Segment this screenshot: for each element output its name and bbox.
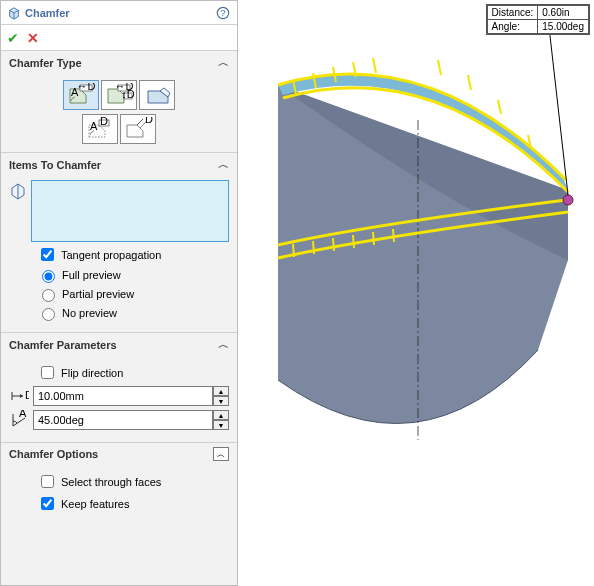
svg-text:↕D: ↕D: [121, 88, 134, 100]
svg-text:?: ?: [220, 6, 225, 17]
no-preview-label: No preview: [62, 307, 117, 319]
chamfer-feature-icon: [7, 6, 21, 20]
section-title: Chamfer Parameters: [9, 339, 117, 351]
items-selection-list[interactable]: [31, 180, 229, 242]
svg-text:A: A: [19, 410, 27, 419]
callout-distance-label: Distance:: [487, 6, 538, 20]
property-manager-panel: Chamfer ? ✔ ✕ Chamfer Type ︿ ↔DA ↔D↕D DA: [0, 0, 238, 586]
ok-button[interactable]: ✔: [7, 30, 19, 46]
section-title: Items To Chamfer: [9, 159, 101, 171]
svg-line-40: [333, 238, 334, 251]
distance-spin-up[interactable]: ▲: [213, 386, 229, 396]
angle-spin-up[interactable]: ▲: [213, 410, 229, 420]
graphics-viewport[interactable]: Distance: 0.60in Angle: 15.00deg: [238, 0, 594, 586]
section-header-items[interactable]: Items To Chamfer ︿: [1, 153, 237, 176]
panel-title: Chamfer: [25, 7, 215, 19]
chamfer-type-offset-face[interactable]: DA: [82, 114, 118, 144]
distance-spin-down[interactable]: ▼: [213, 396, 229, 406]
section-body-items: Tangent propagation Full preview Partial…: [1, 176, 237, 333]
full-preview-radio[interactable]: [42, 270, 55, 283]
svg-line-41: [353, 235, 354, 248]
dimension-callout[interactable]: Distance: 0.60in Angle: 15.00deg: [486, 4, 590, 35]
angle-icon: A: [9, 410, 29, 430]
full-preview-label: Full preview: [62, 269, 121, 281]
chevron-up-icon: ︿: [218, 157, 229, 172]
chamfer-type-vertex[interactable]: [139, 80, 175, 110]
section-title: Chamfer Type: [9, 57, 82, 69]
options-expand-button[interactable]: ︿: [213, 447, 229, 461]
svg-text:↔D: ↔D: [77, 83, 96, 92]
partial-preview-label: Partial preview: [62, 288, 134, 300]
section-body-options: Select through faces Keep features: [1, 465, 237, 524]
chamfer-type-distance-distance[interactable]: ↔D↕D: [101, 80, 137, 110]
section-body-params: Flip direction D ▲ ▼ A ▲ ▼: [1, 356, 237, 443]
angle-spin-down[interactable]: ▼: [213, 420, 229, 430]
select-through-faces-checkbox[interactable]: [41, 475, 54, 488]
ok-cancel-bar: ✔ ✕: [1, 25, 237, 51]
svg-line-43: [393, 229, 394, 242]
flip-direction-label: Flip direction: [61, 367, 123, 379]
svg-line-38: [293, 244, 294, 257]
svg-line-36: [498, 100, 501, 114]
svg-marker-19: [127, 125, 143, 137]
distance-input[interactable]: [33, 386, 213, 406]
titlebar: Chamfer ?: [1, 1, 237, 25]
section-header-params[interactable]: Chamfer Parameters ︿: [1, 333, 237, 356]
model-preview: [238, 0, 594, 586]
svg-text:D: D: [25, 389, 29, 401]
keep-features-label: Keep features: [61, 498, 130, 510]
svg-point-44: [563, 195, 573, 205]
chevron-up-icon: ︿: [218, 337, 229, 352]
partial-preview-radio[interactable]: [42, 289, 55, 302]
flip-direction-checkbox[interactable]: [41, 366, 54, 379]
chevron-up-icon: ︿: [218, 55, 229, 70]
svg-text:D: D: [100, 117, 108, 127]
svg-line-20: [137, 119, 143, 125]
svg-text:A: A: [71, 86, 79, 98]
callout-distance-value[interactable]: 0.60in: [538, 6, 589, 20]
svg-line-39: [313, 241, 314, 254]
section-header-chamfer-type[interactable]: Chamfer Type ︿: [1, 51, 237, 74]
callout-angle-label: Angle:: [487, 20, 538, 34]
svg-text:D: D: [145, 117, 153, 125]
svg-marker-24: [20, 394, 23, 398]
tangent-propagation-checkbox[interactable]: [41, 248, 54, 261]
no-preview-radio[interactable]: [42, 308, 55, 321]
svg-line-35: [468, 75, 471, 90]
tangent-propagation-label: Tangent propagation: [61, 249, 161, 261]
svg-line-33: [373, 58, 376, 73]
section-title: Chamfer Options: [9, 448, 98, 460]
cancel-button[interactable]: ✕: [27, 30, 39, 46]
chamfer-type-angle-distance[interactable]: ↔DA: [63, 80, 99, 110]
chamfer-type-face-face[interactable]: D: [120, 114, 156, 144]
callout-angle-value[interactable]: 15.00deg: [538, 20, 589, 34]
keep-features-checkbox[interactable]: [41, 497, 54, 510]
svg-line-42: [373, 232, 374, 245]
distance-icon: D: [9, 386, 29, 406]
select-through-faces-label: Select through faces: [61, 476, 161, 488]
svg-line-34: [438, 60, 441, 75]
section-header-options[interactable]: Chamfer Options ︿: [1, 443, 237, 465]
selection-filter-icon[interactable]: [9, 182, 27, 200]
angle-input[interactable]: [33, 410, 213, 430]
section-body-chamfer-type: ↔DA ↔D↕D DA D: [1, 74, 237, 153]
svg-text:A: A: [90, 120, 98, 132]
help-button[interactable]: ?: [215, 5, 231, 21]
